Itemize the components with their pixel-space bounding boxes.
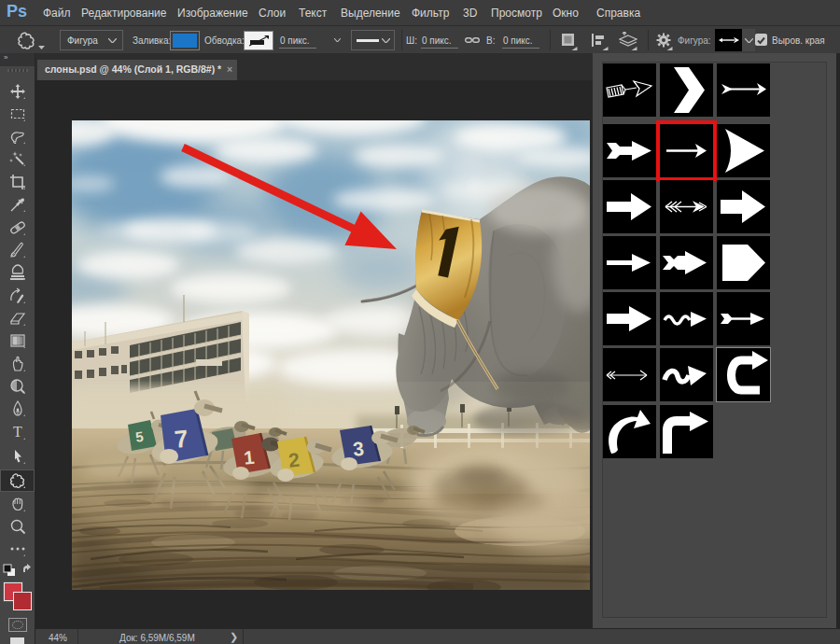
svg-text:T: T: [13, 424, 22, 440]
